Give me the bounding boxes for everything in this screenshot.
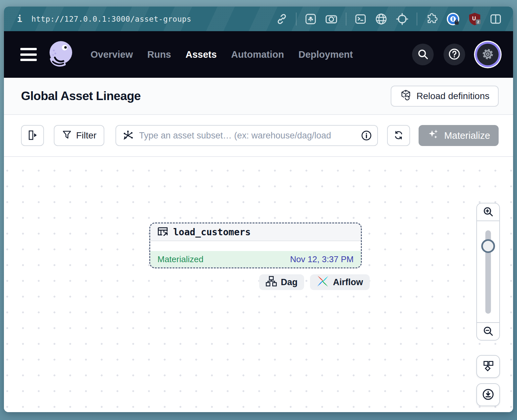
divider (296, 12, 297, 26)
divider (346, 12, 346, 26)
settings-gear-icon (481, 48, 494, 62)
tag-dag[interactable]: Dag (259, 274, 304, 290)
ublock-shield-icon[interactable]: U 2 (468, 12, 482, 26)
info-icon[interactable] (361, 130, 372, 142)
materialize-button[interactable]: Materialize (419, 125, 499, 146)
camera-icon[interactable] (325, 12, 338, 26)
asset-node-body (150, 241, 361, 251)
zoom-controls (476, 203, 500, 341)
nav-item-deployment[interactable]: Deployment (299, 49, 353, 60)
download-icon (482, 388, 494, 402)
split-view-icon[interactable] (489, 13, 502, 25)
page-info-icon[interactable]: i (17, 14, 22, 24)
divider (417, 12, 417, 26)
dagster-logo[interactable] (45, 39, 75, 70)
globe-icon[interactable] (375, 12, 388, 26)
help-button[interactable] (444, 44, 465, 65)
download-image-button[interactable] (476, 383, 500, 406)
page-header: Global Asset Lineage Reload definitions (4, 78, 513, 115)
ublock-badge: 2 (477, 20, 479, 24)
tag-airflow-label: Airflow (333, 277, 363, 287)
flower-extension-icon[interactable] (304, 13, 317, 25)
zoom-out-icon (483, 326, 494, 338)
filter-label: Filter (76, 130, 96, 141)
lineage-toolbar: Filter (4, 115, 513, 157)
asset-node-load-customers[interactable]: load_customers Materialized Nov 12, 3:37… (149, 222, 362, 268)
asset-node-header: load_customers (150, 223, 361, 241)
reload-definitions-label: Reload definitions (416, 91, 489, 101)
settings-button[interactable] (477, 44, 499, 65)
desktop-frame: i http://127.0.0.1:3000/asset-groups (0, 0, 517, 420)
page-title: Global Asset Lineage (21, 89, 141, 103)
zoom-slider-handle[interactable] (481, 239, 495, 253)
browser-window: i http://127.0.0.1:3000/asset-groups (4, 7, 513, 412)
tag-airflow[interactable]: Airflow (310, 274, 370, 290)
dag-icon (266, 276, 277, 289)
nav-item-runs[interactable]: Runs (147, 49, 171, 60)
asset-tags: Dag Airfl (259, 274, 370, 290)
refresh-icon (393, 130, 404, 142)
sparkles-icon (427, 128, 440, 143)
asset-subset-search (115, 125, 378, 146)
refresh-button[interactable] (387, 125, 410, 146)
puzzle-extensions-icon[interactable] (425, 12, 438, 26)
url-field[interactable]: http://127.0.0.1:3000/asset-groups (31, 15, 192, 23)
browser-url-bar: i http://127.0.0.1:3000/asset-groups (4, 7, 513, 31)
rearrange-layout-button[interactable] (476, 355, 500, 378)
asset-name: load_customers (173, 227, 251, 238)
tag-dag-label: Dag (281, 277, 298, 287)
external-table-icon (157, 225, 169, 239)
lineage-canvas[interactable]: load_customers Materialized Nov 12, 3:37… (4, 157, 513, 412)
search-button[interactable] (412, 44, 434, 65)
filter-button[interactable]: Filter (54, 125, 104, 146)
materialized-status: Materialized (157, 254, 203, 264)
help-icon (448, 48, 461, 62)
zoom-in-button[interactable] (476, 203, 500, 221)
zoom-out-button[interactable] (476, 322, 500, 341)
nav-item-overview[interactable]: Overview (91, 49, 133, 60)
svg-text:U: U (472, 16, 476, 21)
reload-definitions-button[interactable]: Reload definitions (391, 86, 499, 107)
primary-nav: Overview Runs Assets Automation Deployme… (91, 49, 353, 60)
panel-expand-icon (27, 129, 38, 142)
filter-funnel-icon (62, 129, 72, 142)
search-icon (417, 48, 429, 61)
asset-subset-input[interactable] (115, 125, 378, 146)
nav-item-automation[interactable]: Automation (231, 49, 284, 60)
zoom-slider (476, 220, 500, 323)
nav-item-assets[interactable]: Assets (185, 49, 217, 60)
asset-node-status-row: Materialized Nov 12, 3:37 PM (150, 251, 361, 267)
asset-graph-icon (122, 130, 134, 143)
open-sidebar-button[interactable] (21, 125, 44, 146)
dag-layout-icon (482, 360, 494, 373)
app-nav-bar: Overview Runs Assets Automation Deployme… (4, 31, 513, 78)
materialization-timestamp: Nov 12, 3:37 PM (290, 254, 354, 264)
onepassword-icon[interactable] (446, 12, 460, 26)
materialize-label: Materialize (444, 130, 490, 141)
hamburger-menu-icon[interactable] (20, 48, 37, 61)
terminal-icon[interactable] (354, 13, 367, 25)
airflow-icon (317, 275, 329, 290)
zoom-in-icon (483, 206, 494, 218)
link-icon[interactable] (276, 13, 288, 25)
reload-cube-icon (400, 89, 412, 103)
target-icon[interactable] (396, 12, 409, 26)
